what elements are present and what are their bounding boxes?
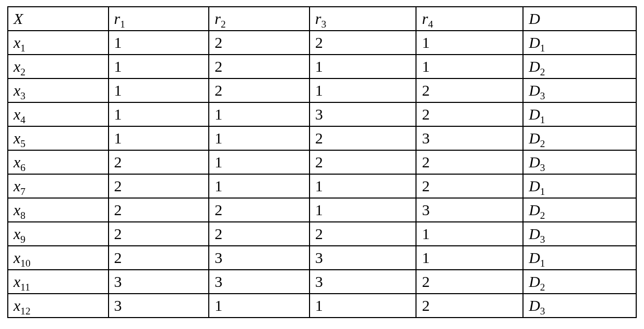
row-label-sub: 8 [20, 210, 25, 221]
table-row: x123112D3 [8, 294, 636, 318]
cell-D: D2 [523, 198, 636, 222]
row-label: x9 [8, 222, 109, 246]
cell-r1: 2 [109, 246, 209, 270]
d-var: D [529, 153, 540, 170]
d-sub: 3 [540, 90, 545, 101]
d-sub: 3 [540, 306, 545, 317]
col-header-r2: r2 [209, 7, 310, 31]
col-header-sub: 4 [428, 19, 433, 30]
row-label: x11 [8, 270, 109, 294]
row-label: x6 [8, 150, 109, 174]
cell-r2: 2 [209, 31, 310, 55]
row-label-var: x [14, 106, 20, 123]
row-label-var: x [14, 82, 20, 99]
cell-r2: 1 [209, 126, 310, 150]
cell-r2: 3 [209, 246, 310, 270]
cell-D: D3 [523, 78, 636, 102]
cell-r3: 2 [310, 150, 417, 174]
cell-r4: 1 [416, 246, 523, 270]
col-header-var: X [14, 10, 23, 27]
cell-r3: 1 [310, 78, 417, 102]
cell-r4: 2 [416, 150, 523, 174]
table-row: x51123D2 [8, 126, 636, 150]
col-header-var: r [422, 10, 428, 27]
cell-D: D3 [523, 294, 636, 318]
row-label-var: x [14, 177, 20, 194]
cell-r2: 1 [209, 102, 310, 126]
table-row: x11221D1 [8, 31, 636, 55]
row-label-sub: 1 [20, 43, 25, 54]
d-sub: 1 [540, 186, 545, 197]
d-var: D [529, 177, 540, 194]
table-row: x72112D1 [8, 174, 636, 198]
table-row: x21211D2 [8, 55, 636, 78]
cell-r1: 1 [109, 31, 209, 55]
row-label: x2 [8, 55, 109, 78]
d-sub: 2 [540, 210, 545, 221]
d-var: D [529, 34, 540, 51]
d-sub: 1 [540, 114, 545, 125]
table-body: x11221D1x21211D2x31212D3x41132D1x51123D2… [8, 31, 636, 318]
col-header-var: r [315, 10, 321, 27]
row-label-var: x [14, 34, 20, 51]
cell-r2: 3 [209, 270, 310, 294]
cell-r2: 2 [209, 55, 310, 78]
row-label: x4 [8, 102, 109, 126]
cell-r4: 2 [416, 294, 523, 318]
table-row: x113332D2 [8, 270, 636, 294]
cell-r1: 2 [109, 198, 209, 222]
d-var: D [529, 201, 540, 218]
cell-r1: 2 [109, 150, 209, 174]
row-label: x10 [8, 246, 109, 270]
col-header-X: X [8, 7, 109, 31]
cell-r1: 1 [109, 126, 209, 150]
d-var: D [529, 82, 540, 99]
row-label-var: x [14, 297, 20, 314]
row-label-sub: 5 [20, 138, 25, 149]
col-header-D: D [523, 7, 636, 31]
cell-D: D1 [523, 102, 636, 126]
table-row: x82213D2 [8, 198, 636, 222]
cell-r2: 2 [209, 222, 310, 246]
cell-r3: 1 [310, 198, 417, 222]
cell-r1: 1 [109, 55, 209, 78]
d-sub: 3 [540, 162, 545, 173]
d-sub: 2 [540, 138, 545, 149]
cell-r4: 3 [416, 198, 523, 222]
d-sub: 1 [540, 43, 545, 54]
table-header: X r1 r2 r3 r4 D [8, 7, 636, 31]
cell-r3: 1 [310, 174, 417, 198]
col-header-r3: r3 [310, 7, 417, 31]
cell-r2: 1 [209, 150, 310, 174]
d-var: D [529, 106, 540, 123]
col-header-var: r [214, 10, 221, 27]
col-header-sub: 1 [120, 19, 125, 30]
cell-r1: 1 [109, 78, 209, 102]
cell-r3: 2 [310, 222, 417, 246]
row-label: x12 [8, 294, 109, 318]
data-table: X r1 r2 r3 r4 D x11221D1x21211D2x31212D3… [7, 6, 637, 318]
cell-r1: 2 [109, 174, 209, 198]
row-label-sub: 3 [20, 90, 25, 101]
cell-r2: 1 [209, 174, 310, 198]
cell-r3: 3 [310, 102, 417, 126]
cell-D: D2 [523, 55, 636, 78]
row-label-var: x [14, 129, 20, 147]
col-header-r4: r4 [416, 7, 523, 31]
d-var: D [529, 58, 540, 75]
col-header-var: D [529, 10, 540, 27]
d-var: D [529, 225, 540, 242]
row-label-sub: 4 [20, 114, 25, 125]
cell-r4: 1 [416, 222, 523, 246]
d-sub: 1 [540, 258, 545, 269]
cell-r3: 1 [310, 55, 417, 78]
row-label-var: x [14, 201, 20, 218]
row-label-sub: 6 [20, 162, 25, 173]
cell-r4: 2 [416, 78, 523, 102]
cell-r2: 1 [209, 294, 310, 318]
cell-r1: 3 [109, 270, 209, 294]
row-label-sub: 7 [20, 186, 25, 197]
cell-r4: 1 [416, 31, 523, 55]
d-sub: 2 [540, 282, 545, 293]
cell-D: D2 [523, 270, 636, 294]
